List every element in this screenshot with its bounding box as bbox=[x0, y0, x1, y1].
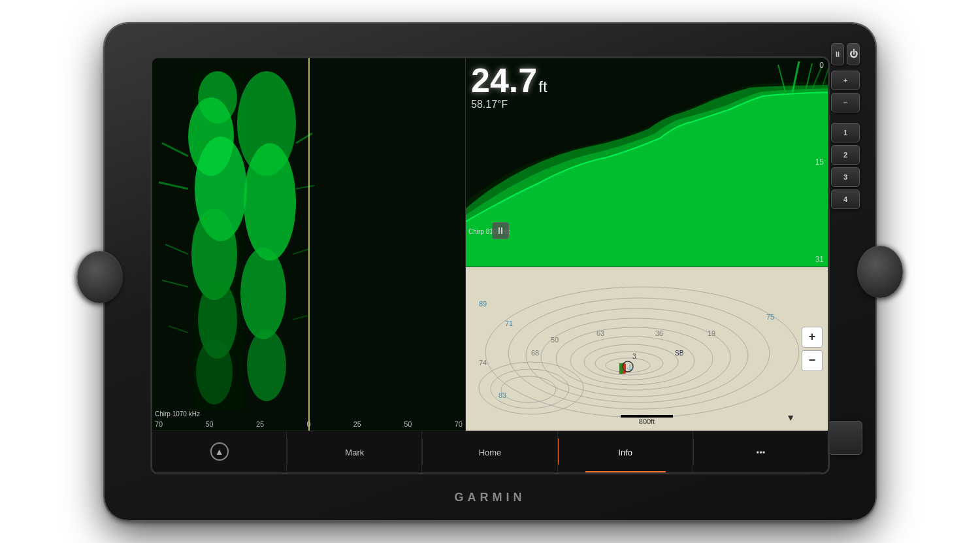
screen: Chirp 1070 kHz 70 50 25 0 25 50 70 bbox=[152, 58, 828, 472]
svg-text:3: 3 bbox=[632, 353, 636, 360]
map-controls: + − bbox=[802, 327, 823, 371]
svg-text:SB: SB bbox=[675, 350, 684, 357]
toolbar-nav-item[interactable]: ▲ bbox=[152, 431, 287, 472]
map-panel[interactable]: 71 75 89 74 68 50 63 36 19 3 SB 83 bbox=[466, 267, 828, 431]
depth-display: 24.7 ft 58.17°F bbox=[471, 63, 547, 110]
svg-rect-29 bbox=[466, 267, 828, 431]
sonar-left-chirp-label: Chirp 1070 kHz bbox=[155, 410, 200, 418]
svg-text:68: 68 bbox=[531, 349, 539, 357]
brand-area: GARMIN bbox=[455, 491, 526, 504]
map-arrow-indicator: ▼ bbox=[786, 412, 795, 423]
toolbar-home-item[interactable]: Home bbox=[423, 431, 557, 472]
bottom-right-button[interactable] bbox=[828, 421, 862, 455]
garmin-device: I I ⏻ + − 1 2 3 4 bbox=[105, 24, 875, 520]
right-knob[interactable] bbox=[857, 246, 903, 298]
svg-text:50: 50 bbox=[551, 336, 559, 344]
svg-text:36: 36 bbox=[655, 329, 663, 337]
toolbar-info-item[interactable]: Info bbox=[559, 431, 693, 472]
map-zoom-out-button[interactable]: − bbox=[802, 350, 823, 371]
svg-point-16 bbox=[247, 329, 286, 401]
num4-button[interactable]: 4 bbox=[831, 189, 860, 209]
sonar-left-image bbox=[152, 58, 466, 431]
map-topo-image: 71 75 89 74 68 50 63 36 19 3 SB 83 bbox=[466, 267, 828, 431]
power-button[interactable]: ⏻ bbox=[847, 43, 860, 65]
toolbar-mark-item[interactable]: Mark bbox=[287, 431, 422, 472]
svg-point-7 bbox=[196, 339, 233, 404]
svg-point-15 bbox=[240, 248, 286, 339]
svg-text:⚓: ⚓ bbox=[627, 364, 633, 370]
num3-button[interactable]: 3 bbox=[831, 167, 860, 187]
sonar-right-panel: 24.7 ft 58.17°F 0 15 31 bbox=[466, 58, 828, 267]
svg-text:71: 71 bbox=[505, 320, 513, 327]
map-scale: 800ft bbox=[621, 415, 673, 425]
svg-rect-55 bbox=[619, 363, 623, 374]
toolbar: ▲ Mark Home Info bbox=[152, 431, 828, 472]
right-panels: 24.7 ft 58.17°F 0 15 31 bbox=[466, 58, 828, 431]
num1-button[interactable]: 1 bbox=[831, 123, 860, 142]
svg-text:63: 63 bbox=[596, 329, 604, 337]
svg-point-14 bbox=[244, 143, 296, 261]
main-content: Chirp 1070 kHz 70 50 25 0 25 50 70 bbox=[152, 58, 828, 431]
line-button[interactable]: I I bbox=[831, 43, 844, 65]
screen-bezel: Chirp 1070 kHz 70 50 25 0 25 50 70 bbox=[150, 56, 830, 474]
right-button-panel: I I ⏻ + − 1 2 3 4 bbox=[831, 43, 862, 209]
svg-text:89: 89 bbox=[479, 300, 487, 308]
nav-arrow-icon: ▲ bbox=[210, 442, 229, 461]
sonar-left-panel: Chirp 1070 kHz 70 50 25 0 25 50 70 bbox=[152, 58, 466, 431]
svg-text:19: 19 bbox=[708, 329, 715, 337]
svg-text:74: 74 bbox=[479, 359, 487, 367]
minus-button[interactable]: − bbox=[831, 93, 860, 112]
sonar-left-scale: 70 50 25 0 25 50 70 bbox=[152, 420, 465, 428]
map-zoom-in-button[interactable]: + bbox=[802, 327, 823, 348]
pause-button[interactable]: II bbox=[492, 222, 509, 239]
svg-text:83: 83 bbox=[498, 391, 506, 399]
svg-text:75: 75 bbox=[766, 313, 774, 321]
plus-button[interactable]: + bbox=[831, 71, 860, 90]
num2-button[interactable]: 2 bbox=[831, 145, 860, 165]
toolbar-more-item[interactable]: ••• bbox=[694, 431, 828, 472]
sonar-right-scale: 0 15 31 bbox=[815, 58, 824, 267]
left-knob[interactable] bbox=[77, 251, 123, 303]
